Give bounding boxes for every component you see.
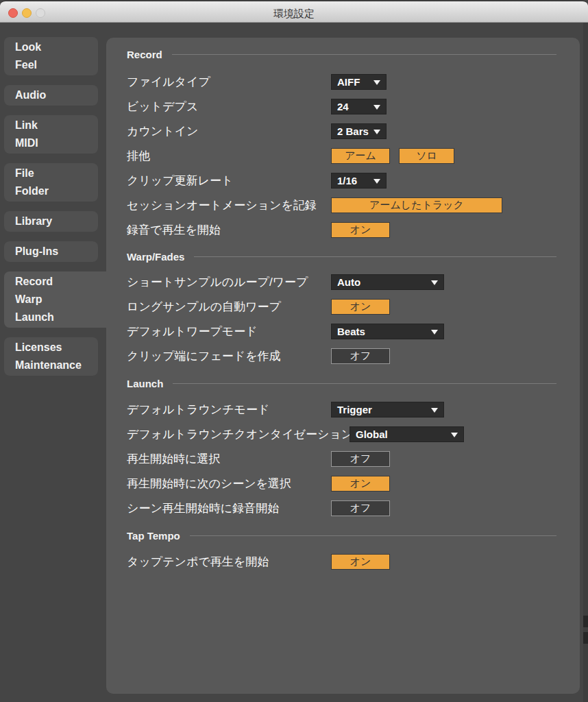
- tab-label: Audio: [15, 86, 98, 104]
- row-label: デフォルトラウンチモード: [127, 402, 269, 417]
- row-label: セッションオートメーションを記録: [127, 197, 317, 213]
- tab-label: Look: [15, 38, 98, 56]
- row-label: ファイルタイプ: [127, 74, 210, 90]
- dropdown[interactable]: 1/16: [331, 173, 387, 189]
- tab-label: Launch: [15, 308, 108, 326]
- dropdown-value: Trigger: [337, 402, 372, 417]
- settings-row: クリップ更新レート1/16: [106, 173, 580, 189]
- dropdown-value: 2 Bars: [337, 124, 369, 138]
- toggle-button[interactable]: アームしたトラック: [331, 197, 502, 213]
- toggle-button[interactable]: オン: [331, 476, 390, 492]
- toggle-button[interactable]: オフ: [331, 348, 390, 364]
- row-label: デフォルトラウンチクオンタイゼーション: [127, 426, 353, 442]
- settings-row: クリップ端にフェードを作成オフ: [106, 348, 580, 364]
- dropdown[interactable]: Trigger: [331, 402, 444, 417]
- sidebar-tab-audio[interactable]: Audio: [4, 85, 98, 106]
- settings-row: 録音で再生を開始オン: [106, 222, 580, 238]
- settings-row: デフォルトラウンチモードTrigger: [106, 402, 580, 417]
- section-rule: [190, 535, 556, 536]
- dropdown[interactable]: 2 Bars: [331, 123, 387, 139]
- section-title: Launch: [127, 378, 163, 389]
- row-label: シーン再生開始時に録音開始: [127, 500, 279, 516]
- sidebar-tab-record-warp-launch[interactable]: RecordWarpLaunch: [4, 271, 108, 328]
- section-header: Tap Tempo: [127, 529, 556, 542]
- scrollbar-mark: [583, 632, 588, 644]
- dropdown[interactable]: Global: [350, 426, 464, 442]
- section-header: Record: [127, 48, 556, 60]
- toggle-button[interactable]: ソロ: [399, 148, 454, 164]
- row-label: ショートサンプルのループ/ワープ: [127, 274, 308, 290]
- toggle-button[interactable]: アーム: [331, 148, 390, 164]
- chevron-down-icon: [373, 130, 380, 134]
- tab-label: File: [15, 165, 98, 182]
- tab-label: Feel: [15, 56, 98, 74]
- chevron-down-icon: [431, 330, 438, 335]
- tab-label: Warp: [15, 291, 108, 308]
- sidebar-tab-licenses-maintenance[interactable]: LicensesMaintenance: [4, 337, 98, 376]
- sidebar-tab-library[interactable]: Library: [4, 211, 98, 232]
- section-title: Record: [127, 49, 162, 60]
- sidebar-tab-link-midi[interactable]: LinkMIDI: [4, 115, 98, 154]
- chevron-down-icon: [451, 433, 458, 437]
- toggle-label: オン: [350, 477, 371, 490]
- sidebar: LookFeelAudioLinkMIDIFileFolderLibraryPl…: [4, 37, 108, 376]
- chevron-down-icon: [431, 280, 438, 285]
- section-rule: [172, 54, 556, 55]
- toggle-button[interactable]: オン: [331, 299, 390, 315]
- chevron-down-icon: [373, 105, 380, 110]
- scrollbar[interactable]: [583, 23, 588, 702]
- section-rule: [194, 256, 556, 257]
- settings-row: ロングサンプルの自動ワープオン: [106, 299, 580, 315]
- dropdown[interactable]: Beats: [331, 324, 444, 339]
- sidebar-tab-look-feel[interactable]: LookFeel: [4, 37, 98, 75]
- toggle-label: アーム: [345, 149, 376, 162]
- tab-label: MIDI: [15, 134, 98, 152]
- dropdown-value: Auto: [337, 275, 360, 289]
- row-label: クリップ端にフェードを作成: [127, 348, 281, 364]
- toggle-label: オフ: [350, 502, 371, 515]
- dropdown[interactable]: AIFF: [331, 74, 387, 90]
- preferences-window: 環境設定 LookFeelAudioLinkMIDIFileFolderLibr…: [0, 0, 588, 702]
- toggle-button[interactable]: オン: [331, 554, 390, 570]
- scrollbar-mark: [583, 616, 588, 627]
- tab-label: Folder: [15, 182, 98, 200]
- row-label: 録音で再生を開始: [127, 222, 221, 238]
- row-label: 排他: [127, 148, 150, 164]
- settings-row: セッションオートメーションを記録アームしたトラック: [106, 197, 580, 213]
- settings-row: 排他アームソロ: [106, 148, 580, 164]
- chevron-down-icon: [431, 408, 438, 413]
- section-header: Warp/Fades: [127, 250, 556, 263]
- settings-row: カウントイン2 Bars: [106, 123, 580, 139]
- settings-row: 再生開始時に選択オフ: [106, 451, 580, 467]
- row-label: ビットデプス: [127, 99, 198, 114]
- dropdown[interactable]: 24: [331, 99, 387, 114]
- toggle-button[interactable]: オフ: [331, 451, 390, 467]
- tab-label: Link: [15, 117, 98, 134]
- dropdown-value: 1/16: [337, 173, 357, 188]
- dropdown[interactable]: Auto: [331, 274, 444, 290]
- sidebar-tab-plug-ins[interactable]: Plug-Ins: [4, 241, 98, 262]
- section-title: Warp/Fades: [127, 251, 184, 263]
- row-label: クリップ更新レート: [127, 173, 233, 189]
- settings-row: ショートサンプルのループ/ワープAuto: [106, 274, 580, 290]
- sidebar-tab-file-folder[interactable]: FileFolder: [4, 163, 98, 202]
- toggle-label: ソロ: [416, 149, 437, 162]
- settings-row: デフォルトラウンチクオンタイゼーションGlobal: [106, 426, 580, 442]
- toggle-button[interactable]: オン: [331, 222, 390, 238]
- tab-label: Library: [15, 213, 98, 230]
- dropdown-value: AIFF: [337, 75, 360, 89]
- chevron-down-icon: [373, 80, 380, 85]
- toggle-label: オン: [350, 223, 371, 237]
- tab-label: Maintenance: [15, 356, 98, 374]
- row-label: 再生開始時に選択: [127, 451, 220, 467]
- settings-row: シーン再生開始時に録音開始オフ: [106, 500, 580, 516]
- row-label: デフォルトワープモード: [127, 324, 258, 339]
- tab-label: Record: [15, 273, 108, 291]
- row-label: タップテンポで再生を開始: [127, 554, 269, 570]
- chevron-down-icon: [373, 179, 380, 184]
- dropdown-value: Beats: [337, 324, 365, 339]
- toggle-label: オフ: [350, 452, 371, 465]
- toggle-label: オフ: [350, 350, 371, 363]
- tab-label: Licenses: [15, 339, 98, 356]
- toggle-button[interactable]: オフ: [331, 500, 390, 516]
